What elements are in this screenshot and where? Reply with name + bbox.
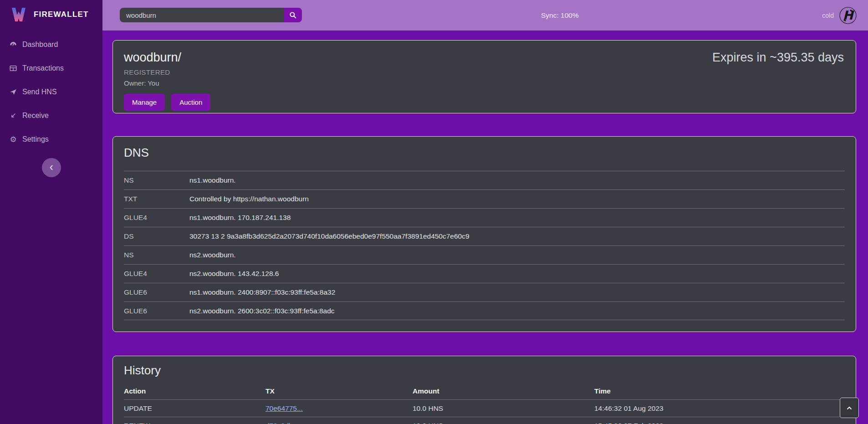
dns-record-value: ns2.woodburn. 2600:3c02::f03c:93ff:fe5a:… (189, 307, 845, 315)
dns-record-value: ns2.woodburn. 143.42.128.6 (189, 270, 845, 278)
chevron-left-icon (48, 164, 55, 171)
sync-status: Sync: 100% (541, 0, 579, 31)
history-header-row: Action TX Amount Time (124, 383, 845, 399)
dns-table: NS ns1.woodburn. TXT Controlled by https… (124, 171, 845, 320)
sidebar-item-settings[interactable]: ⚙ Settings (0, 128, 102, 151)
dns-record-row: GLUE4 ns1.woodburn. 170.187.241.138 (124, 208, 845, 227)
sidebar: FIREWALLET Dashboard Transactions Send H… (0, 0, 102, 424)
domain-status: REGISTERED (124, 68, 845, 76)
firewallet-logo-icon (10, 6, 27, 23)
history-action: RENEW (124, 422, 266, 424)
history-col-action: Action (124, 387, 266, 395)
history-amount: 10.0 HNS (413, 422, 594, 424)
history-col-amount: Amount (413, 387, 594, 395)
history-col-tx: TX (266, 387, 413, 395)
receive-icon (9, 112, 17, 120)
domain-owner: Owner: You (124, 79, 845, 87)
main-area: Sync: 100% cold H woodburn/ Expires in ~… (102, 0, 868, 424)
sidebar-item-dashboard[interactable]: Dashboard (0, 33, 102, 56)
history-row: RENEW d72c6db... 10.0 HNS 15:45:06 07 Fe… (124, 417, 845, 424)
dns-title: DNS (124, 146, 845, 160)
domain-actions: Manage Auction (124, 94, 845, 111)
history-time: 15:45:06 07 Feb 2023 (594, 422, 845, 424)
brand: FIREWALLET (0, 0, 102, 29)
history-action: UPDATE (124, 404, 266, 413)
history-time: 14:46:32 01 Aug 2023 (594, 404, 845, 413)
domain-expiry: Expires in ~395.35 days (712, 51, 844, 65)
sidebar-item-label: Transactions (22, 64, 64, 72)
history-amount: 10.0 HNS (413, 404, 594, 413)
dns-record-row: NS ns2.woodburn. (124, 245, 845, 264)
dns-record-type: GLUE6 (124, 288, 189, 296)
dns-record-type: NS (124, 176, 189, 184)
chevron-up-icon (846, 404, 853, 412)
search-input[interactable] (120, 8, 284, 22)
handshake-logo: H (838, 5, 858, 26)
sidebar-item-label: Send HNS (22, 88, 57, 96)
gauge-icon (9, 41, 17, 49)
dns-record-row: TXT Controlled by https://nathan.woodbur… (124, 189, 845, 208)
brand-name: FIREWALLET (34, 10, 89, 19)
tx-link[interactable]: 70e64775... (266, 404, 303, 412)
dns-record-type: NS (124, 251, 189, 259)
history-col-time: Time (594, 387, 845, 395)
dns-record-value: 30273 13 2 9a3a8fb3d625d2a2073d740f10da6… (189, 232, 845, 240)
sidebar-item-label: Receive (22, 112, 49, 120)
auction-button[interactable]: Auction (171, 94, 210, 111)
dns-record-type: GLUE4 (124, 214, 189, 222)
sidebar-item-label: Dashboard (22, 41, 58, 49)
dns-record-value: ns1.woodburn. 170.187.241.138 (189, 214, 845, 222)
history-title: History (124, 363, 845, 378)
sidebar-item-transactions[interactable]: Transactions (0, 56, 102, 80)
dns-record-row: NS ns1.woodburn. (124, 171, 845, 189)
search-icon (289, 11, 297, 19)
content: woodburn/ Expires in ~395.35 days REGIST… (102, 31, 868, 424)
dns-record-type: DS (124, 232, 189, 240)
sidebar-item-label: Settings (22, 135, 49, 143)
manage-button[interactable]: Manage (124, 94, 165, 111)
domain-card: woodburn/ Expires in ~395.35 days REGIST… (112, 40, 856, 113)
wallet-badge: cold (822, 12, 834, 19)
dns-record-value: ns1.woodburn. (189, 176, 845, 184)
tx-link[interactable]: d72c6db... (266, 422, 298, 424)
table-icon (9, 64, 17, 72)
send-icon (9, 88, 17, 96)
dns-record-value: ns1.woodburn. 2400:8907::f03c:93ff:fe5a:… (189, 288, 845, 296)
dns-record-row: GLUE4 ns2.woodburn. 143.42.128.6 (124, 264, 845, 283)
history-card: History Action TX Amount Time UPDATE 70e… (112, 356, 856, 424)
scroll-to-top-button[interactable] (840, 398, 859, 418)
dns-record-row: GLUE6 ns1.woodburn. 2400:8907::f03c:93ff… (124, 283, 845, 301)
sidebar-collapse-button[interactable] (42, 158, 61, 177)
dns-record-row: GLUE6 ns2.woodburn. 2600:3c02::f03c:93ff… (124, 301, 845, 320)
gear-icon: ⚙ (9, 135, 17, 143)
sidebar-nav: Dashboard Transactions Send HNS Receive … (0, 33, 102, 151)
dns-record-row: DS 30273 13 2 9a3a8fb3d625d2a2073d740f10… (124, 227, 845, 245)
dns-record-value: Controlled by https://nathan.woodburn (189, 195, 845, 203)
dns-card: DNS NS ns1.woodburn. TXT Controlled by h… (112, 136, 856, 332)
history-row: UPDATE 70e64775... 10.0 HNS 14:46:32 01 … (124, 399, 845, 417)
sidebar-item-receive[interactable]: Receive (0, 104, 102, 128)
dns-record-type: GLUE4 (124, 270, 189, 278)
search-button[interactable] (284, 8, 302, 22)
topbar: Sync: 100% cold H (102, 0, 868, 31)
search-box (120, 8, 302, 22)
wallet-indicator[interactable]: cold H (822, 0, 858, 31)
sidebar-item-send-hns[interactable]: Send HNS (0, 80, 102, 104)
dns-record-type: GLUE6 (124, 307, 189, 315)
dns-record-type: TXT (124, 195, 189, 203)
dns-record-value: ns2.woodburn. (189, 251, 845, 259)
